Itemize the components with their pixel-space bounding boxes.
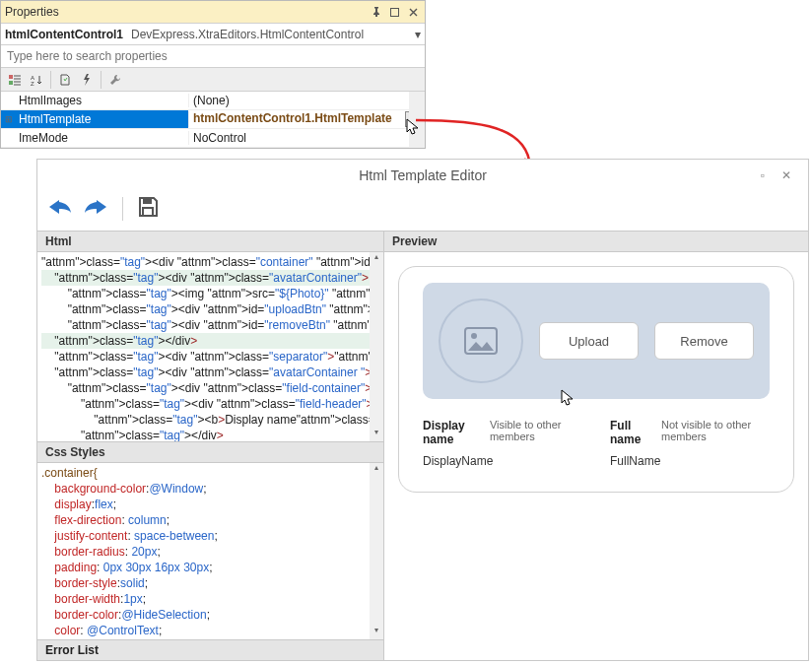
css-pane-header[interactable]: Css Styles [37, 441, 383, 463]
svg-rect-1 [9, 75, 13, 79]
maximize-icon[interactable]: ▫ [751, 168, 775, 182]
property-grid: HtmlImages (None) ⊞HtmlTemplate htmlCont… [1, 91, 425, 148]
svg-rect-6 [143, 208, 153, 216]
favorites-icon[interactable] [55, 70, 75, 90]
properties-titlebar: Properties [1, 1, 425, 23]
cursor-icon [561, 389, 576, 409]
property-row[interactable]: HtmlImages (None) [1, 92, 425, 110]
field-hint: Visible to other members [490, 419, 582, 446]
maximize-icon[interactable] [387, 5, 402, 20]
field-full-name: Full name Not visible to other members F… [610, 419, 770, 468]
preview-pane-header: Preview [384, 232, 808, 252]
object-type: DevExpress.XtraEditors.HtmlContentContro… [131, 28, 364, 41]
svg-text:Z: Z [31, 81, 34, 86]
preview-card: Upload Remove Display name Visible to ot… [398, 266, 794, 493]
undo-icon[interactable] [47, 195, 73, 223]
properties-title: Properties [5, 5, 59, 19]
events-icon[interactable] [77, 70, 97, 90]
categorized-icon[interactable] [5, 70, 25, 90]
image-icon [464, 327, 498, 355]
scrollbar[interactable]: ▴▾ [370, 463, 383, 639]
editor-toolbar [37, 191, 808, 231]
search-input[interactable] [1, 45, 425, 67]
svg-rect-0 [391, 8, 399, 16]
editor-title: Html Template Editor [359, 167, 487, 183]
cursor-icon [406, 118, 422, 138]
svg-rect-5 [143, 198, 152, 204]
close-icon[interactable]: ✕ [775, 168, 798, 182]
svg-point-8 [471, 333, 477, 339]
property-value[interactable]: NoControl [188, 131, 425, 145]
object-name: htmlContentControl1 [5, 28, 123, 41]
property-row[interactable]: ImeMode NoControl [1, 129, 425, 148]
remove-button[interactable]: Remove [654, 322, 754, 360]
wrench-icon[interactable] [105, 70, 125, 90]
property-value[interactable]: htmlContentControl1.HtmlTemplate… [188, 111, 425, 127]
scrollbar[interactable]: ▴▾ [370, 252, 383, 441]
field-value: DisplayName [423, 454, 582, 468]
object-selector[interactable]: htmlContentControl1 DevExpress.XtraEdito… [1, 23, 425, 44]
search-row [1, 44, 425, 67]
css-code-editor[interactable]: .container{ background-color:@Window; di… [37, 463, 383, 639]
property-row[interactable]: ⊞HtmlTemplate htmlContentControl1.HtmlTe… [1, 110, 425, 129]
property-name: HtmlImages [17, 94, 188, 107]
template-editor-window: Html Template Editor ▫ ✕ Html "attnm">cl… [36, 159, 809, 661]
error-list-header[interactable]: Error List [37, 639, 383, 660]
upload-button[interactable]: Upload [539, 322, 639, 360]
properties-toolbar: AZ [1, 67, 425, 91]
property-value[interactable]: (None) [188, 94, 425, 107]
field-hint: Not visible to other members [661, 419, 770, 446]
preview-fields: Display name Visible to other members Di… [423, 419, 770, 468]
html-pane-header[interactable]: Html [37, 232, 383, 252]
editor-titlebar: Html Template Editor ▫ ✕ [37, 160, 808, 191]
properties-panel: Properties htmlContentControl1 DevExpres… [0, 0, 426, 149]
chevron-down-icon[interactable]: ▾ [415, 28, 421, 41]
svg-rect-2 [9, 81, 13, 85]
property-name: ImeMode [17, 131, 188, 145]
expand-icon[interactable]: ⊞ [1, 114, 17, 124]
avatar-upload-area: Upload Remove [423, 283, 770, 399]
html-code-editor[interactable]: "attnm">class="tag"><div "attnm">class="… [37, 252, 383, 441]
save-icon[interactable] [137, 196, 159, 223]
field-label: Display name [423, 419, 482, 446]
redo-icon[interactable] [83, 195, 108, 223]
alphabetical-icon[interactable]: AZ [27, 70, 46, 90]
close-icon[interactable] [406, 5, 421, 20]
pin-icon[interactable] [369, 5, 383, 20]
avatar-placeholder [439, 299, 523, 383]
property-name: HtmlTemplate [17, 112, 188, 126]
field-value: FullName [610, 454, 770, 468]
field-display-name: Display name Visible to other members Di… [423, 419, 582, 468]
field-label: Full name [610, 419, 653, 446]
